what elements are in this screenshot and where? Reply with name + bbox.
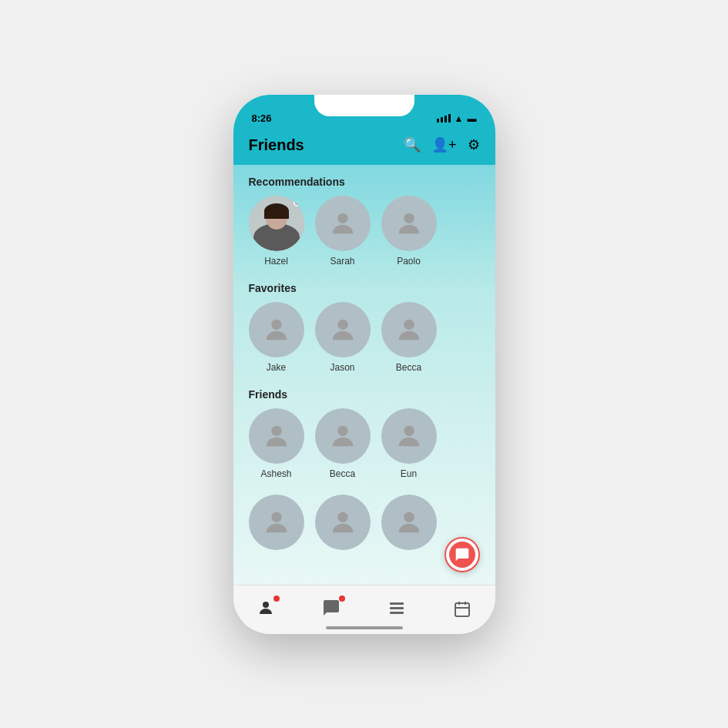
eun-name: Eun: [401, 468, 417, 479]
recommendations-label: Recommendations: [249, 176, 480, 188]
avatar-jake[interactable]: Jake: [249, 302, 304, 373]
wifi-icon: ▲: [455, 113, 464, 124]
avatar-paolo[interactable]: Paolo: [381, 196, 437, 267]
sarah-person-icon: [327, 208, 358, 239]
status-time: 8:26: [252, 112, 272, 124]
favorites-row: Jake Jason: [249, 302, 480, 373]
more-2-icon: [327, 507, 358, 538]
messages-nav-icon: [322, 599, 341, 617]
paolo-person-icon: [394, 208, 424, 239]
add-friend-icon[interactable]: 👤+: [431, 136, 457, 153]
notch: [314, 95, 414, 116]
svg-point-6: [337, 425, 347, 435]
status-icons: ▲ ▬: [437, 113, 477, 124]
svg-rect-13: [390, 602, 404, 605]
nav-messages[interactable]: [322, 599, 341, 620]
hazel-avatar-circle: [249, 196, 304, 251]
ashesh-name: Ashesh: [260, 468, 291, 479]
becca-fav-person-icon: [394, 314, 424, 345]
nav-events[interactable]: [453, 600, 471, 619]
fab-button[interactable]: +: [445, 537, 480, 572]
friends-section: Friends Ashesh: [233, 377, 495, 484]
friends-label: Friends: [249, 388, 480, 401]
svg-point-0: [337, 213, 347, 223]
nav-feed[interactable]: [387, 600, 406, 619]
app-content: Recommendations Hazel: [233, 165, 495, 585]
avatar-jason[interactable]: Jason: [315, 302, 371, 373]
svg-point-9: [337, 512, 347, 522]
fab-icon: +: [449, 542, 475, 568]
recommendations-row: Hazel Sarah: [249, 196, 480, 267]
friends-badge: [273, 595, 280, 602]
recommendations-section: Recommendations Hazel: [233, 165, 495, 271]
svg-point-2: [271, 319, 281, 329]
svg-text:+: +: [464, 547, 468, 554]
jake-avatar-circle: [249, 302, 304, 357]
jason-person-icon: [327, 314, 358, 345]
eun-person-icon: [394, 421, 424, 451]
ashesh-person-icon: [261, 421, 292, 451]
avatar-more-3[interactable]: [381, 495, 437, 550]
svg-point-5: [271, 425, 281, 435]
battery-icon: ▬: [468, 113, 477, 124]
more-1-circle: [249, 495, 304, 550]
more-1-icon: [261, 507, 292, 538]
avatar-eun[interactable]: Eun: [381, 408, 437, 479]
eun-avatar-circle: [381, 408, 437, 464]
signal-icon: [437, 114, 451, 122]
svg-point-3: [337, 319, 347, 329]
svg-rect-15: [390, 612, 404, 614]
sarah-name: Sarah: [330, 256, 354, 267]
hazel-notification-dot: [294, 199, 301, 206]
header-icons: 🔍 👤+ ⚙: [404, 136, 480, 153]
avatar-more-1[interactable]: [249, 495, 304, 550]
app-title: Friends: [249, 136, 304, 154]
hazel-name: Hazel: [264, 256, 288, 267]
becca-friends-name: Becca: [330, 468, 355, 479]
svg-point-10: [404, 512, 414, 522]
svg-rect-16: [455, 603, 469, 616]
home-indicator: [326, 626, 403, 629]
more-3-circle: [381, 495, 437, 550]
svg-point-1: [404, 213, 414, 223]
avatar-more-2[interactable]: [315, 495, 371, 550]
jason-avatar-circle: [315, 302, 371, 357]
favorites-label: Favorites: [249, 282, 480, 294]
feed-nav-icon: [387, 600, 406, 619]
avatar-hazel[interactable]: Hazel: [249, 196, 304, 267]
sarah-avatar-circle: [315, 196, 371, 251]
becca-friends-avatar-circle: [315, 408, 371, 464]
avatar-ashesh[interactable]: Ashesh: [249, 408, 304, 479]
becca-fav-name: Becca: [396, 362, 421, 373]
svg-point-7: [404, 425, 414, 435]
more-3-icon: [394, 507, 424, 538]
svg-point-4: [404, 319, 414, 329]
avatar-becca-friends[interactable]: Becca: [315, 408, 371, 479]
svg-point-8: [271, 512, 281, 522]
jason-name: Jason: [330, 362, 354, 373]
more-friends-row: [249, 495, 480, 550]
messages-badge: [339, 595, 345, 602]
favorites-section: Favorites Jake: [233, 271, 495, 377]
settings-icon[interactable]: ⚙: [468, 136, 480, 153]
more-2-circle: [315, 495, 371, 550]
paolo-avatar-circle: [381, 196, 437, 251]
friends-row: Ashesh Becca: [249, 408, 480, 479]
friends-nav-icon: [257, 599, 275, 617]
avatar-sarah[interactable]: Sarah: [315, 196, 371, 267]
becca-fav-avatar-circle: [381, 302, 437, 357]
search-icon[interactable]: 🔍: [404, 136, 421, 153]
bottom-nav: [233, 585, 495, 634]
events-nav-icon: [453, 600, 471, 619]
nav-friends[interactable]: [257, 599, 275, 620]
becca-friends-person-icon: [327, 421, 358, 451]
jake-name: Jake: [267, 362, 286, 373]
ashesh-avatar-circle: [249, 408, 304, 464]
svg-point-12: [263, 602, 269, 608]
svg-rect-14: [390, 607, 404, 609]
app-header: Friends 🔍 👤+ ⚙: [233, 129, 495, 165]
jake-person-icon: [261, 314, 292, 345]
phone-frame: 8:26 ▲ ▬ Friends 🔍 👤+ ⚙ Recommendations: [233, 95, 495, 634]
avatar-becca-fav[interactable]: Becca: [381, 302, 437, 373]
paolo-name: Paolo: [397, 256, 421, 267]
